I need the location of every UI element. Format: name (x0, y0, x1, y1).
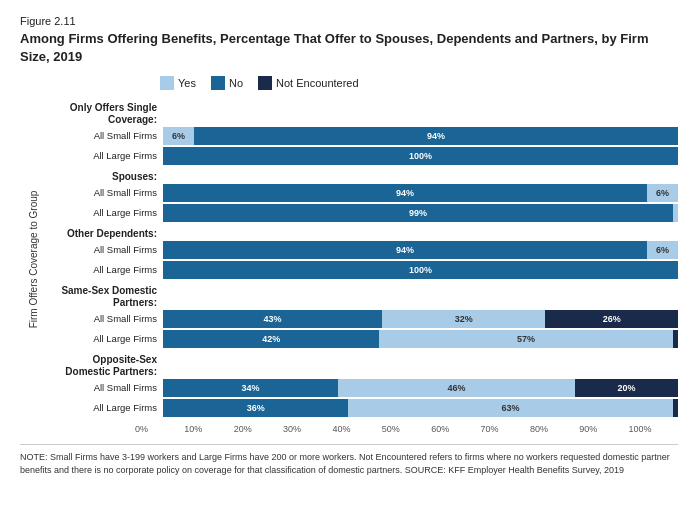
bar-segment-same-sex-1-0: 42% (163, 330, 379, 348)
bar-segment-only-offers-single-0-1: 94% (194, 127, 678, 145)
chart-inner: Only Offers Single Coverage:All Small Fi… (48, 102, 678, 419)
bar-container-opposite-sex-0: 34%46%20% (163, 379, 678, 397)
group-header-same-sex: Same-Sex Domestic Partners: (48, 285, 678, 309)
bar-container-spouses-1: 99% (163, 204, 678, 222)
bar-row-only-offers-single-1: All Large Firms100% (48, 147, 678, 165)
x-tick-6: 60% (431, 424, 480, 434)
x-tick-9: 90% (579, 424, 628, 434)
legend-label-yes: Yes (178, 77, 196, 89)
bar-row-only-offers-single-0: All Small Firms6%94% (48, 127, 678, 145)
row-label-only-offers-single-1: All Large Firms (48, 150, 163, 162)
x-tick-2: 20% (234, 424, 283, 434)
legend-item-yes: Yes (160, 76, 196, 90)
group-label-only-offers-single: Only Offers Single Coverage: (48, 102, 163, 126)
bar-segment-opposite-sex-1-2 (673, 399, 678, 417)
bar-segment-spouses-1-0: 99% (163, 204, 673, 222)
bar-container-same-sex-0: 43%32%26% (163, 310, 678, 328)
legend: Yes No Not Encountered (20, 76, 678, 90)
x-tick-0: 0% (135, 424, 184, 434)
x-tick-8: 80% (530, 424, 579, 434)
row-label-only-offers-single-0: All Small Firms (48, 130, 163, 142)
bar-segment-same-sex-1-1: 57% (379, 330, 673, 348)
legend-label-not-encountered: Not Encountered (276, 77, 359, 89)
bar-segment-spouses-0-1: 6% (647, 184, 678, 202)
bar-segment-opposite-sex-0-1: 46% (338, 379, 575, 397)
x-tick-5: 50% (382, 424, 431, 434)
bar-row-other-dependents-1: All Large Firms100% (48, 261, 678, 279)
bar-row-opposite-sex-0: All Small Firms34%46%20% (48, 379, 678, 397)
bar-row-same-sex-1: All Large Firms42%57% (48, 330, 678, 348)
group-header-opposite-sex: Opposite-Sex Domestic Partners: (48, 354, 678, 378)
y-axis-label: Firm Offers Coverage to Group (29, 191, 40, 329)
group-header-spouses: Spouses: (48, 171, 678, 183)
bar-segment-opposite-sex-1-1: 63% (348, 399, 672, 417)
figure-label: Figure 2.11 (20, 15, 678, 27)
row-label-other-dependents-1: All Large Firms (48, 264, 163, 276)
x-tick-10: 100% (629, 424, 678, 434)
legend-item-not-encountered: Not Encountered (258, 76, 359, 90)
bar-segment-other-dependents-0-1: 6% (647, 241, 678, 259)
bar-row-opposite-sex-1: All Large Firms36%63% (48, 399, 678, 417)
legend-label-no: No (229, 77, 243, 89)
x-tick-3: 30% (283, 424, 332, 434)
bar-segment-only-offers-single-1-0: 100% (163, 147, 678, 165)
bar-segment-opposite-sex-1-0: 36% (163, 399, 348, 417)
bar-segment-same-sex-0-0: 43% (163, 310, 382, 328)
bar-segment-other-dependents-1-0: 100% (163, 261, 678, 279)
no-icon (211, 76, 225, 90)
bar-segment-same-sex-0-1: 32% (382, 310, 545, 328)
row-label-same-sex-1: All Large Firms (48, 333, 163, 345)
x-tick-7: 70% (481, 424, 530, 434)
bar-container-same-sex-1: 42%57% (163, 330, 678, 348)
row-label-same-sex-0: All Small Firms (48, 313, 163, 325)
bar-segment-opposite-sex-0-2: 20% (575, 379, 678, 397)
bar-segment-spouses-0-0: 94% (163, 184, 647, 202)
not-encountered-icon (258, 76, 272, 90)
bar-segment-other-dependents-0-0: 94% (163, 241, 647, 259)
bar-container-opposite-sex-1: 36%63% (163, 399, 678, 417)
figure-title: Among Firms Offering Benefits, Percentag… (20, 30, 678, 66)
bar-segment-opposite-sex-0-0: 34% (163, 379, 338, 397)
group-label-same-sex: Same-Sex Domestic Partners: (48, 285, 163, 309)
bar-row-other-dependents-0: All Small Firms94%6% (48, 241, 678, 259)
row-label-spouses-1: All Large Firms (48, 207, 163, 219)
x-axis: 0%10%20%30%40%50%60%70%80%90%100% (20, 424, 678, 434)
bar-container-other-dependents-1: 100% (163, 261, 678, 279)
row-label-opposite-sex-0: All Small Firms (48, 382, 163, 394)
bar-segment-same-sex-0-2: 26% (545, 310, 678, 328)
group-label-spouses: Spouses: (48, 171, 163, 183)
group-label-other-dependents: Other Dependents: (48, 228, 163, 240)
x-tick-4: 40% (332, 424, 381, 434)
group-header-only-offers-single: Only Offers Single Coverage: (48, 102, 678, 126)
bar-row-spouses-1: All Large Firms99% (48, 204, 678, 222)
note: NOTE: Small Firms have 3-199 workers and… (20, 444, 678, 476)
group-label-opposite-sex: Opposite-Sex Domestic Partners: (48, 354, 163, 378)
group-header-other-dependents: Other Dependents: (48, 228, 678, 240)
yes-icon (160, 76, 174, 90)
row-label-other-dependents-0: All Small Firms (48, 244, 163, 256)
bar-container-other-dependents-0: 94%6% (163, 241, 678, 259)
row-label-opposite-sex-1: All Large Firms (48, 402, 163, 414)
bar-segment-spouses-1-1 (673, 204, 678, 222)
bar-segment-only-offers-single-0-0: 6% (163, 127, 194, 145)
legend-item-no: No (211, 76, 243, 90)
bar-row-spouses-0: All Small Firms94%6% (48, 184, 678, 202)
row-label-spouses-0: All Small Firms (48, 187, 163, 199)
bar-container-only-offers-single-1: 100% (163, 147, 678, 165)
chart-area: Firm Offers Coverage to Group Only Offer… (20, 100, 678, 419)
bar-container-only-offers-single-0: 6%94% (163, 127, 678, 145)
x-tick-1: 10% (184, 424, 233, 434)
y-axis-label-container: Firm Offers Coverage to Group (20, 100, 48, 419)
bar-segment-same-sex-1-2 (673, 330, 678, 348)
bar-row-same-sex-0: All Small Firms43%32%26% (48, 310, 678, 328)
bar-container-spouses-0: 94%6% (163, 184, 678, 202)
